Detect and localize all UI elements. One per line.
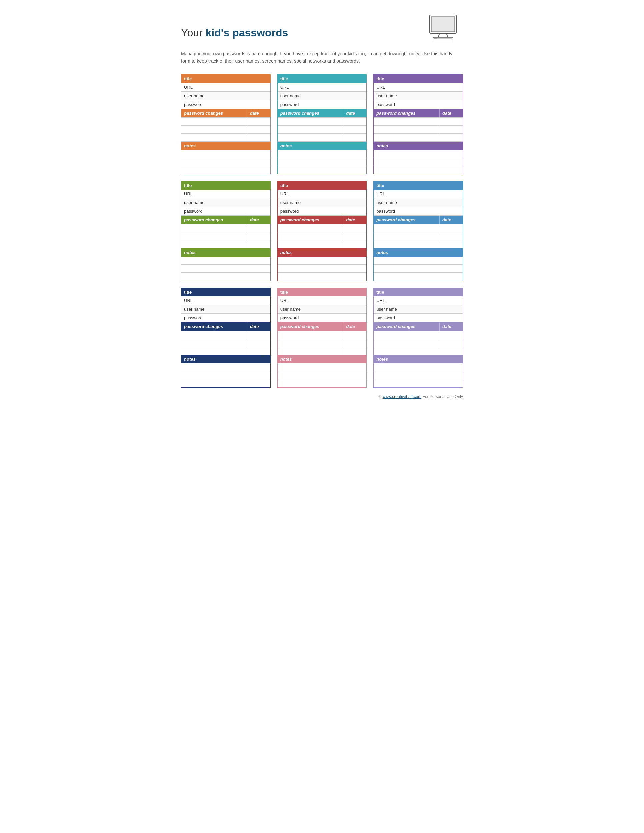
- footer-link[interactable]: www.creativehatt.com: [383, 394, 422, 399]
- card-title-3: title: [374, 75, 463, 83]
- card-pwentry-2-2: [278, 125, 367, 133]
- card-notes-1-4: [181, 257, 270, 265]
- card-pwentry-3-9: [374, 347, 463, 355]
- card-date-label-9: date: [440, 322, 463, 331]
- card-url-3: URL: [374, 83, 463, 92]
- card-pwentry-1-2: [278, 117, 367, 125]
- password-card-3: title URL user name password password ch…: [374, 74, 463, 174]
- card-notes-1-6: [374, 257, 463, 265]
- password-card-5: title URL user name password password ch…: [277, 181, 367, 281]
- card-notes-label-8: notes: [278, 355, 367, 363]
- title-plain: Your: [181, 27, 206, 39]
- card-password-4: password: [181, 207, 270, 215]
- card-pwentry-1-7: [181, 331, 270, 339]
- password-card-9: title URL user name password password ch…: [374, 288, 463, 388]
- card-pwentry-2-4: [181, 232, 270, 240]
- card-url-2: URL: [278, 83, 367, 92]
- cards-grid: title URL user name password password ch…: [181, 74, 463, 388]
- card-notes-3-2: [278, 166, 367, 174]
- card-notes-3-3: [374, 166, 463, 174]
- card-pwchanges-header-8: password changes date: [278, 322, 367, 331]
- card-url-5: URL: [278, 190, 367, 198]
- card-pwentry-3-7: [181, 347, 270, 355]
- card-pwentry-2-1: [181, 125, 270, 133]
- card-title-8: title: [278, 288, 367, 296]
- card-username-3: user name: [374, 92, 463, 100]
- card-date-label-5: date: [343, 215, 366, 224]
- card-pwchanges-label-7: password changes: [181, 322, 247, 331]
- card-date-label-3: date: [440, 109, 463, 117]
- page-header: Your kid's passwords: [181, 13, 463, 43]
- card-password-1: password: [181, 100, 270, 109]
- card-notes-2-2: [278, 158, 367, 166]
- card-title-1: title: [181, 75, 270, 83]
- card-pwentry-1-1: [181, 117, 270, 125]
- card-pwentry-3-1: [181, 133, 270, 142]
- title-bold: kid's passwords: [206, 27, 288, 39]
- card-url-6: URL: [374, 190, 463, 198]
- card-pwchanges-label-6: password changes: [374, 215, 440, 224]
- card-pwchanges-header-3: password changes date: [374, 109, 463, 117]
- card-notes-2-5: [278, 265, 367, 273]
- card-pwentry-2-6: [374, 232, 463, 240]
- card-password-9: password: [374, 314, 463, 322]
- card-pwchanges-label-8: password changes: [278, 322, 343, 331]
- card-pwchanges-label-2: password changes: [278, 109, 343, 117]
- card-notes-1-1: [181, 150, 270, 158]
- card-notes-label-9: notes: [374, 355, 463, 363]
- card-notes-label-2: notes: [278, 142, 367, 150]
- title-section: Your kid's passwords: [181, 13, 288, 39]
- password-card-8: title URL user name password password ch…: [277, 288, 367, 388]
- card-username-6: user name: [374, 198, 463, 207]
- card-notes-1-3: [374, 150, 463, 158]
- card-pwentry-3-5: [278, 240, 367, 248]
- card-notes-2-4: [181, 265, 270, 273]
- card-notes-1-7: [181, 363, 270, 371]
- card-pwentry-2-5: [278, 232, 367, 240]
- card-pwchanges-header-4: password changes date: [181, 215, 270, 224]
- card-pwentry-2-9: [374, 339, 463, 347]
- password-card-7: title URL user name password password ch…: [181, 288, 270, 388]
- svg-rect-6: [434, 38, 437, 39]
- svg-rect-1: [431, 17, 455, 32]
- card-pwentry-3-6: [374, 240, 463, 248]
- card-date-label-4: date: [247, 215, 270, 224]
- card-notes-2-9: [374, 371, 463, 379]
- password-card-4: title URL user name password password ch…: [181, 181, 270, 281]
- card-url-7: URL: [181, 296, 270, 305]
- card-pwentry-1-9: [374, 331, 463, 339]
- card-username-1: user name: [181, 92, 270, 100]
- card-username-8: user name: [278, 305, 367, 314]
- card-password-3: password: [374, 100, 463, 109]
- card-pwchanges-label-3: password changes: [374, 109, 440, 117]
- card-pwentry-1-4: [181, 224, 270, 232]
- footer-prefix: ©: [378, 394, 382, 399]
- card-pwentry-3-8: [278, 347, 367, 355]
- card-notes-3-7: [181, 379, 270, 387]
- footer-suffix: For Personal Use Only: [421, 394, 463, 399]
- card-notes-label-4: notes: [181, 248, 270, 257]
- card-pwchanges-header-9: password changes date: [374, 322, 463, 331]
- card-notes-1-9: [374, 363, 463, 371]
- card-date-label-2: date: [343, 109, 366, 117]
- card-notes-3-9: [374, 379, 463, 387]
- card-password-7: password: [181, 314, 270, 322]
- card-notes-1-2: [278, 150, 367, 158]
- password-card-6: title URL user name password password ch…: [374, 181, 463, 281]
- card-pwentry-3-3: [374, 133, 463, 142]
- card-pwentry-2-3: [374, 125, 463, 133]
- card-pwentry-1-3: [374, 117, 463, 125]
- card-username-4: user name: [181, 198, 270, 207]
- card-pwchanges-label-5: password changes: [278, 215, 343, 224]
- card-pwchanges-header-6: password changes date: [374, 215, 463, 224]
- password-card-1: title URL user name password password ch…: [181, 74, 270, 174]
- card-date-label-7: date: [247, 322, 270, 331]
- svg-line-2: [438, 33, 440, 37]
- card-notes-2-3: [374, 158, 463, 166]
- card-pwentry-1-6: [374, 224, 463, 232]
- card-username-9: user name: [374, 305, 463, 314]
- card-title-2: title: [278, 75, 367, 83]
- card-date-label-6: date: [440, 215, 463, 224]
- card-date-label-8: date: [343, 322, 366, 331]
- card-pwchanges-label-4: password changes: [181, 215, 247, 224]
